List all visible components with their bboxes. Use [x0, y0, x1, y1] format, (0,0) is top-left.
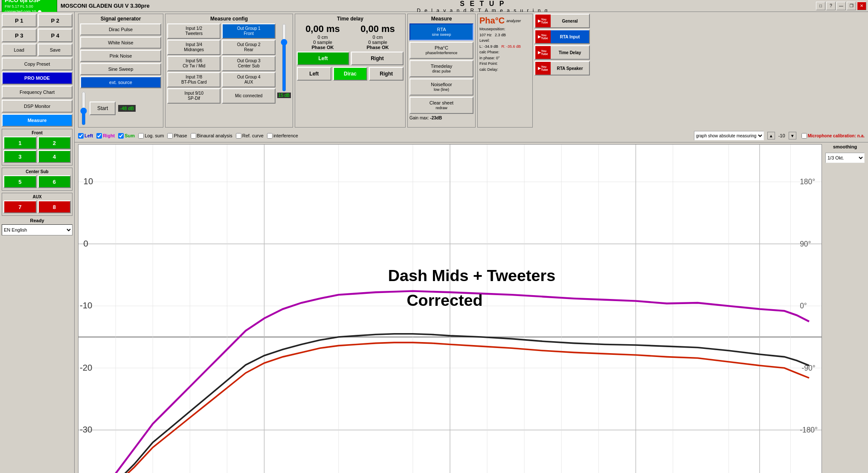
- td-dirac-button[interactable]: Dirac: [333, 67, 368, 81]
- td-right-button[interactable]: Right: [351, 52, 404, 65]
- mic-cal-check[interactable]: [801, 133, 807, 139]
- help-button[interactable]: ?: [826, 2, 836, 10]
- td-left-button[interactable]: Left: [297, 52, 349, 65]
- input78-button[interactable]: Input 7/8 BT-Plus Card: [167, 72, 221, 87]
- noisefloor-button[interactable]: Noisefloor low (line): [409, 78, 473, 96]
- cb-ref-curve[interactable]: Ref. curve: [236, 133, 264, 139]
- clear-sheet-button[interactable]: Clear sheet redraw: [409, 97, 473, 114]
- load-button[interactable]: Load: [2, 44, 37, 56]
- channel-2-button[interactable]: 2: [38, 136, 71, 149]
- yt-buttons-panel: ▶YouTube General ▶YouTube RTA Input ▶You…: [534, 14, 590, 128]
- graph-right-panel: smoothing 1/3 Okt. Copy for chart Graph …: [822, 144, 865, 473]
- white-noise-button[interactable]: White Noise: [80, 37, 161, 49]
- mic-cal-checkbox[interactable]: Microphone calibration: n.a.: [801, 133, 865, 139]
- channel-1-button[interactable]: 1: [3, 136, 37, 149]
- pico-fw: FW 5.17 FL 5.00: [5, 4, 54, 9]
- out4-aux-button[interactable]: Out Group 4 AUX: [222, 72, 275, 87]
- cb-binaural[interactable]: Binaural analysis: [191, 133, 232, 139]
- restore-button[interactable]: ❐: [847, 2, 856, 10]
- cb-ref-curve-check[interactable]: [236, 133, 241, 139]
- load-save-row: Load Save: [2, 44, 73, 56]
- channel-8-button[interactable]: 8: [38, 200, 71, 213]
- out3-center-button[interactable]: Out Group 3 Center Sub: [222, 56, 275, 71]
- minimize-button[interactable]: —: [836, 2, 846, 10]
- input56-button[interactable]: Input 5/6 Ctr Tw / Mid: [167, 56, 221, 71]
- cb-phase-check[interactable]: [167, 133, 173, 139]
- pink-noise-button[interactable]: Pink Noise: [80, 50, 161, 62]
- graph-area: 10 0 -10 -20 -30 -40 180° 90° 0° -90° -1…: [75, 142, 868, 473]
- dirac-pulse-button[interactable]: Dirac Pulse: [80, 23, 161, 35]
- timedelay-button[interactable]: Timedelay dirac pulse: [409, 60, 473, 77]
- copy-preset-button[interactable]: Copy Preset: [2, 58, 73, 70]
- channel-5-button[interactable]: 5: [3, 175, 37, 188]
- cb-sum[interactable]: Sum: [118, 133, 135, 139]
- pha-button[interactable]: Pha°C phase/interference: [409, 42, 473, 59]
- smoothing-select[interactable]: 1/3 Okt.: [825, 153, 865, 163]
- cb-left-check[interactable]: [78, 133, 84, 139]
- center-sub-group: Center Sub 5 6: [2, 168, 73, 191]
- freq-chart-button[interactable]: Frequency Chart: [2, 86, 73, 99]
- cb-phase[interactable]: Phase: [167, 133, 187, 139]
- start-button[interactable]: Start: [90, 102, 116, 115]
- mc-level-slider[interactable]: [281, 23, 287, 92]
- language-select[interactable]: EN English: [2, 224, 73, 235]
- mc-row-3: Input 5/6 Ctr Tw / Mid Out Group 3 Cente…: [167, 56, 276, 71]
- cb-right[interactable]: Right: [96, 133, 115, 139]
- td-right2-button[interactable]: Right: [369, 67, 404, 81]
- svg-text:Corrected: Corrected: [406, 291, 482, 309]
- yt-time-delay-label: Time Delay: [551, 46, 589, 59]
- graph-show-dropdown[interactable]: graph show absolute measuring: [694, 131, 764, 140]
- out1-front-button[interactable]: Out Group 1 Front: [222, 23, 275, 39]
- pro-mode-button[interactable]: PRO MODE: [2, 72, 73, 84]
- yt-rta-input-button[interactable]: ▶YouTube RTA Input: [534, 29, 590, 44]
- yt-time-delay-button[interactable]: ▶YouTube Time Delay: [534, 45, 590, 60]
- channel-4-button[interactable]: 4: [38, 150, 71, 163]
- cb-left[interactable]: Left: [78, 133, 93, 139]
- volume-slider[interactable]: [80, 91, 87, 125]
- cb-interference[interactable]: interference: [267, 133, 298, 139]
- input12-button[interactable]: Input 1/2 Tweeters: [167, 23, 221, 39]
- cb-log-sum-check[interactable]: [138, 133, 144, 139]
- graph-up-button[interactable]: ▲: [767, 132, 775, 139]
- mic-connected-button[interactable]: Mic connected: [222, 88, 275, 104]
- app-title: MOSCONI GLADEN GUI V 3.30pre: [61, 3, 150, 9]
- measure-button[interactable]: Measure: [2, 114, 73, 127]
- cb-sum-check[interactable]: [118, 133, 124, 139]
- front-label: Front: [3, 131, 71, 135]
- td-buttons-row2: Left Dirac Right: [297, 67, 404, 81]
- rta-button[interactable]: RTA sine sweep: [409, 23, 473, 41]
- td-buttons-row1: Left Right: [297, 52, 404, 65]
- preset-p3-button[interactable]: P 3: [2, 29, 37, 42]
- preset-p2-button[interactable]: P 2: [38, 14, 73, 27]
- channel-7-button[interactable]: 7: [3, 200, 37, 213]
- yt-general-button[interactable]: ▶YouTube General: [534, 14, 590, 28]
- close-button[interactable]: ✕: [857, 2, 866, 10]
- svg-text:-20: -20: [80, 363, 92, 372]
- preset-p1-button[interactable]: P 1: [2, 14, 37, 27]
- dsp-monitor-button[interactable]: DSP Monitor: [2, 100, 73, 113]
- cb-interference-check[interactable]: [267, 133, 273, 139]
- noisefloor-sub: low (line): [434, 87, 449, 92]
- td-left2-button[interactable]: Left: [297, 67, 331, 81]
- td-left-sample: 0 sample: [297, 40, 348, 45]
- cb-log-sum[interactable]: Log. sum: [138, 133, 164, 139]
- td-right-col: 0,00 ms 0 cm 0 sample Phase OK: [352, 23, 404, 50]
- icon-button[interactable]: □: [816, 2, 825, 10]
- channel-6-button[interactable]: 6: [38, 175, 71, 188]
- input34-button[interactable]: Input 3/4 Midranges: [167, 40, 221, 55]
- cb-right-check[interactable]: [96, 133, 102, 139]
- pha2c-info: Mouseposition: 107 Hz 2.3 dB Level: L: -…: [479, 26, 531, 73]
- preset-p4-button[interactable]: P 4: [38, 29, 73, 42]
- time-delay-panel: Time delay 0,00 ms 0 cm 0 sample Phase O…: [295, 14, 406, 128]
- save-button[interactable]: Save: [38, 44, 73, 56]
- input910-button[interactable]: Input 9/10 SP-Dif: [167, 88, 221, 104]
- yt-rta-speaker-button[interactable]: ▶YouTube RTA Speaker: [534, 61, 590, 75]
- measure-config-title: Measure config: [167, 16, 291, 22]
- channel-3-button[interactable]: 3: [3, 150, 37, 163]
- sine-sweep-button[interactable]: Sine Sweep: [80, 63, 161, 75]
- cb-binaural-check[interactable]: [191, 133, 196, 139]
- out2-rear-button[interactable]: Out Group 2 Rear: [222, 40, 275, 55]
- ext-source-button[interactable]: ext. source: [80, 76, 161, 88]
- graph-down-button[interactable]: ▼: [789, 132, 796, 139]
- mc-with-slider: Input 1/2 Tweeters Out Group 1 Front Inp…: [167, 23, 291, 104]
